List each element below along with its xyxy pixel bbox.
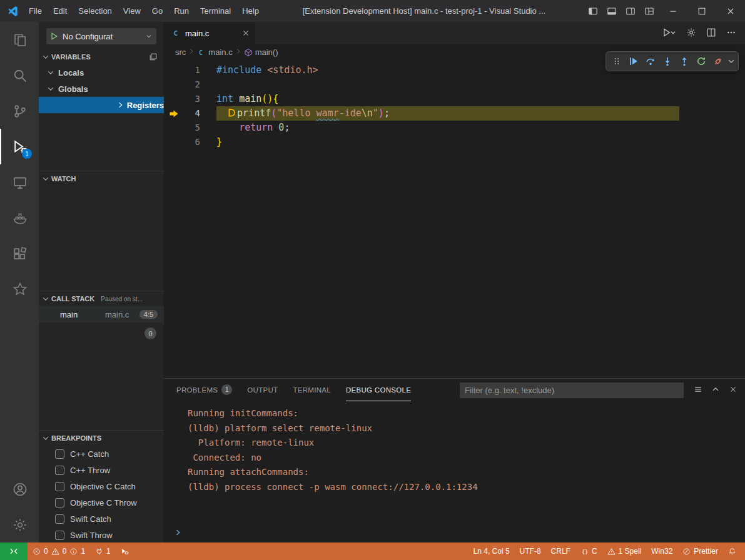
vscode-window: FileEditSelectionViewGoRunTerminalHelp [… [0, 0, 745, 560]
breakpoint-checkbox[interactable] [55, 531, 64, 540]
activity-item-accounts[interactable] [0, 471, 39, 507]
editor-action-run-or-debug[interactable] [662, 28, 676, 39]
breakpoint-swift-catch[interactable]: Swift Catch [39, 511, 164, 527]
watch-header[interactable]: WATCH [39, 171, 164, 186]
call-stack-frame[interactable]: mainmain.c4:5 [39, 306, 164, 322]
toggle-panel-icon [607, 6, 617, 16]
panel-tab-debug-console[interactable]: DEBUG CONSOLE [346, 379, 411, 401]
scope-globals[interactable]: Globals [39, 81, 164, 97]
panel-tab-output[interactable]: OUTPUT [247, 379, 278, 401]
panel-tab-problems[interactable]: PROBLEMS1 [176, 379, 232, 401]
breakpoint-objective-c-throw[interactable]: Objective C Throw [39, 494, 164, 511]
panel-tab-terminal[interactable]: TERMINAL [293, 379, 331, 401]
step-out-button[interactable] [676, 53, 692, 69]
ports-status[interactable]: 1 [90, 542, 116, 560]
console-prompt[interactable] [174, 528, 183, 539]
status-notifications[interactable] [723, 542, 741, 560]
status-language-mode[interactable]: {}C [575, 542, 602, 560]
console-line: Running attachCommands: [188, 465, 745, 480]
activity-item-extensions[interactable] [0, 236, 39, 271]
console-filter-input[interactable] [460, 382, 684, 398]
disconnect-button[interactable] [709, 53, 726, 69]
scope-locals[interactable]: Locals [39, 64, 164, 81]
breadcrumb-item-main-c[interactable]: Cmain.c [197, 48, 232, 57]
chevron-right-icon [117, 102, 122, 108]
menu-go[interactable]: Go [146, 0, 168, 22]
activity-item-docker[interactable] [0, 200, 39, 236]
close-panel-button[interactable] [729, 385, 737, 396]
status-eol[interactable]: CRLF [546, 542, 575, 560]
continue-button[interactable] [625, 53, 642, 69]
console-options-button[interactable] [694, 385, 702, 396]
drag-handle-button[interactable] [608, 53, 625, 69]
toggle-secondary-sidebar-button[interactable] [621, 0, 640, 22]
status-encoding[interactable]: UTF-8 [515, 542, 546, 560]
breakpoint-swift-throw[interactable]: Swift Throw [39, 527, 164, 542]
breakpoint-checkbox[interactable] [55, 498, 64, 508]
menu-help[interactable]: Help [236, 0, 265, 22]
menu-file[interactable]: File [23, 0, 48, 22]
activity-item-search[interactable] [0, 58, 39, 93]
menu-selection[interactable]: Selection [73, 0, 117, 22]
menu-view[interactable]: View [118, 0, 146, 22]
minimize-button[interactable] [659, 0, 687, 22]
maximize-button[interactable] [687, 0, 716, 22]
line-number-gutter[interactable]: 5 [164, 121, 216, 135]
activity-item-star[interactable] [0, 271, 39, 307]
scope-registers[interactable]: Registers [39, 97, 164, 113]
tab-main-c[interactable]: C main.c [164, 22, 255, 44]
breakpoint-checkbox[interactable] [55, 466, 64, 475]
remote-indicator[interactable] [0, 542, 28, 560]
debug-config-select[interactable]: No Configurat [46, 28, 156, 44]
breakpoints-title: BREAKPOINTS [51, 434, 101, 442]
line-number-gutter[interactable]: 1 [164, 63, 216, 78]
restart-button[interactable] [692, 53, 709, 69]
breakpoint-checkbox[interactable] [55, 449, 64, 459]
variables-header[interactable]: VARIABLES [39, 49, 164, 64]
menu-edit[interactable]: Edit [48, 0, 73, 22]
activity-item-explorer[interactable] [0, 22, 39, 58]
line-number-gutter[interactable]: 2 [164, 78, 216, 92]
toggle-panel-button[interactable] [602, 0, 621, 22]
breakpoint-checkbox[interactable] [55, 514, 64, 524]
close-tab-icon[interactable] [241, 29, 250, 38]
editor-action-more-actions[interactable] [726, 28, 736, 39]
status-platform[interactable]: Win32 [646, 542, 677, 560]
step-into-button[interactable] [659, 53, 676, 69]
code-token: ) [267, 93, 273, 104]
status-spell-checker[interactable]: 1 Spell [602, 542, 647, 560]
menu-terminal[interactable]: Terminal [195, 0, 236, 22]
customize-layout-button[interactable] [640, 0, 659, 22]
start-debugging-icon[interactable] [50, 32, 59, 41]
editor-action-split-editor[interactable] [706, 28, 716, 39]
breadcrumb-item-src[interactable]: src [175, 48, 186, 57]
breakpoint-objective-c-catch[interactable]: Objective C Catch [39, 478, 164, 494]
breakpoint-c-throw[interactable]: C++ Throw [39, 462, 164, 478]
step-over-button[interactable] [642, 53, 659, 69]
problems-status[interactable]: 0 0 1 [28, 542, 90, 560]
line-number-gutter[interactable]: 3 [164, 92, 216, 106]
activity-item-run-and-debug[interactable]: 1 [0, 129, 39, 164]
breakpoints-header[interactable]: BREAKPOINTS [39, 431, 164, 446]
editor-action-open-settings[interactable] [686, 28, 696, 39]
status-prettier[interactable]: Prettier [677, 542, 723, 560]
debug-icon [121, 548, 129, 556]
activity-item-source-control[interactable] [0, 93, 39, 129]
activity-item-remote-explorer[interactable] [0, 164, 39, 200]
status-cursor-position[interactable]: Ln 4, Col 5 [469, 542, 515, 560]
toggle-primary-sidebar-button[interactable] [584, 0, 602, 22]
maximize-panel-button[interactable] [711, 385, 720, 396]
panes-icon[interactable] [149, 52, 158, 61]
close-window-button[interactable] [716, 0, 745, 22]
menu-run[interactable]: Run [168, 0, 195, 22]
breadcrumb-item-main[interactable]: main() [244, 48, 278, 57]
breakpoint-checkbox[interactable] [55, 482, 64, 491]
debug-status[interactable] [116, 542, 134, 560]
code-editor[interactable]: 1#include <stdio.h>23int main(){4 printf… [164, 60, 745, 149]
line-number-gutter[interactable]: 6 [164, 135, 216, 149]
breakpoint-c-catch[interactable]: C++ Catch [39, 446, 164, 462]
activity-item-manage-settings[interactable] [0, 507, 39, 542]
debug-session-dropdown-button[interactable] [726, 53, 736, 69]
line-number-gutter[interactable]: 4 [164, 106, 216, 121]
call-stack-header[interactable]: CALL STACK Paused on st... [39, 291, 164, 306]
